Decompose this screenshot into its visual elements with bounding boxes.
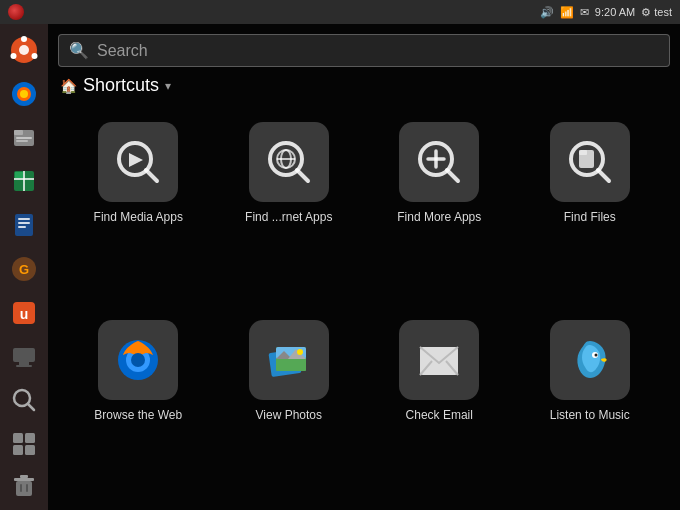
svg-rect-24: [13, 348, 35, 362]
search-bar: 🔍: [58, 34, 670, 67]
workspaces-icon: [10, 430, 38, 458]
svg-rect-33: [16, 481, 32, 496]
view-photos-icon-box: [249, 320, 329, 400]
find-files-icon-box: [550, 122, 630, 202]
firefox-icon: [111, 333, 165, 387]
sidebar-item-workspaces[interactable]: [4, 425, 44, 463]
section-title: Shortcuts: [83, 75, 159, 96]
app-listen-music[interactable]: Listen to Music: [520, 312, 661, 500]
svg-rect-10: [16, 137, 32, 139]
svg-rect-30: [25, 433, 35, 443]
app-view-photos[interactable]: View Photos: [219, 312, 360, 500]
mail-icon[interactable]: ✉: [580, 6, 589, 19]
sidebar-item-trash[interactable]: [4, 466, 44, 504]
app-find-more[interactable]: Find More Apps: [369, 114, 510, 302]
svg-line-42: [297, 170, 308, 181]
sidebar-item-writer[interactable]: [4, 206, 44, 244]
email-icon: [412, 333, 466, 387]
trash-icon: [10, 471, 38, 499]
gimp-icon: G: [10, 255, 38, 283]
svg-line-51: [598, 170, 609, 181]
sidebar-item-ubuntu-one[interactable]: u: [4, 294, 44, 332]
ubuntu-logo-icon: [10, 36, 38, 64]
find-internet-icon-box: [249, 122, 329, 202]
svg-rect-36: [20, 484, 22, 492]
app-browse-web[interactable]: Browse the Web: [68, 312, 209, 500]
find-more-icon: [414, 137, 464, 187]
home-icon[interactable]: 🏠: [60, 78, 77, 94]
search-input[interactable]: [97, 42, 659, 60]
app-find-media[interactable]: Find Media Apps: [68, 114, 209, 302]
ubuntu-one-icon: u: [10, 299, 38, 327]
svg-rect-26: [16, 365, 32, 367]
user-menu[interactable]: ⚙ test: [641, 6, 672, 19]
search-icon: 🔍: [69, 41, 89, 60]
breadcrumb-arrow[interactable]: ▾: [165, 79, 171, 93]
time-display: 9:20 AM: [595, 6, 635, 18]
listen-music-label: Listen to Music: [550, 408, 630, 424]
svg-rect-53: [579, 150, 587, 155]
svg-rect-29: [13, 433, 23, 443]
svg-line-39: [146, 170, 157, 181]
svg-rect-37: [26, 484, 28, 492]
find-media-label: Find Media Apps: [94, 210, 183, 226]
check-email-label: Check Email: [406, 408, 473, 424]
app-check-email[interactable]: Check Email: [369, 312, 510, 500]
svg-rect-34: [14, 478, 34, 481]
svg-rect-62: [276, 359, 306, 371]
photos-icon: [262, 333, 316, 387]
browse-web-icon-box: [98, 320, 178, 400]
svg-point-68: [594, 354, 597, 357]
ubuntu-menu-icon[interactable]: [8, 4, 24, 20]
svg-point-56: [131, 353, 145, 367]
search-lens-icon: [10, 386, 38, 414]
apps-grid: Find Media Apps Find ...rnet Apps: [48, 104, 680, 510]
volume-icon[interactable]: 🔊: [540, 6, 554, 19]
breadcrumb: 🏠 Shortcuts ▾: [48, 73, 680, 104]
files-icon: [10, 124, 38, 152]
find-media-icon: [113, 137, 163, 187]
find-more-label: Find More Apps: [397, 210, 481, 226]
sidebar-item-system[interactable]: [4, 338, 44, 376]
svg-point-7: [20, 90, 28, 98]
sidebar-item-files[interactable]: [4, 119, 44, 157]
find-internet-icon: [264, 137, 314, 187]
firefox-sidebar-icon: [10, 80, 38, 108]
svg-rect-25: [19, 362, 29, 365]
sidebar-item-calc[interactable]: [4, 162, 44, 200]
app-find-internet[interactable]: Find ...rnet Apps: [219, 114, 360, 302]
svg-point-1: [19, 45, 29, 55]
svg-rect-18: [18, 222, 30, 224]
browse-web-label: Browse the Web: [94, 408, 182, 424]
svg-marker-40: [129, 153, 143, 167]
system-icon: [10, 343, 38, 371]
sidebar-item-gimp[interactable]: G: [4, 250, 44, 288]
main-content: 🔍 🏠 Shortcuts ▾ Find Media Apps: [48, 24, 680, 510]
topbar-left: [8, 4, 28, 20]
svg-rect-32: [25, 445, 35, 455]
svg-point-63: [297, 349, 303, 355]
sidebar: G u: [0, 24, 48, 510]
sidebar-item-search[interactable]: [4, 382, 44, 420]
writer-icon: [10, 211, 38, 239]
app-find-files[interactable]: Find Files: [520, 114, 661, 302]
svg-rect-19: [18, 226, 26, 228]
network-icon[interactable]: 📶: [560, 6, 574, 19]
svg-rect-17: [18, 218, 30, 220]
sidebar-item-ubuntu[interactable]: [4, 31, 44, 69]
svg-rect-9: [14, 130, 23, 135]
svg-rect-31: [13, 445, 23, 455]
find-more-icon-box: [399, 122, 479, 202]
listen-music-icon-box: [550, 320, 630, 400]
svg-rect-16: [15, 214, 33, 236]
svg-line-47: [447, 170, 458, 181]
topbar-indicators: 🔊 📶 ✉ 9:20 AM ⚙ test: [540, 6, 672, 19]
svg-line-28: [28, 404, 34, 410]
calc-icon: [10, 167, 38, 195]
topbar: 🔊 📶 ✉ 9:20 AM ⚙ test: [0, 0, 680, 24]
svg-rect-35: [20, 475, 28, 478]
svg-text:u: u: [20, 306, 29, 322]
find-files-label: Find Files: [564, 210, 616, 226]
sidebar-item-firefox[interactable]: [4, 75, 44, 113]
svg-point-3: [11, 53, 17, 59]
